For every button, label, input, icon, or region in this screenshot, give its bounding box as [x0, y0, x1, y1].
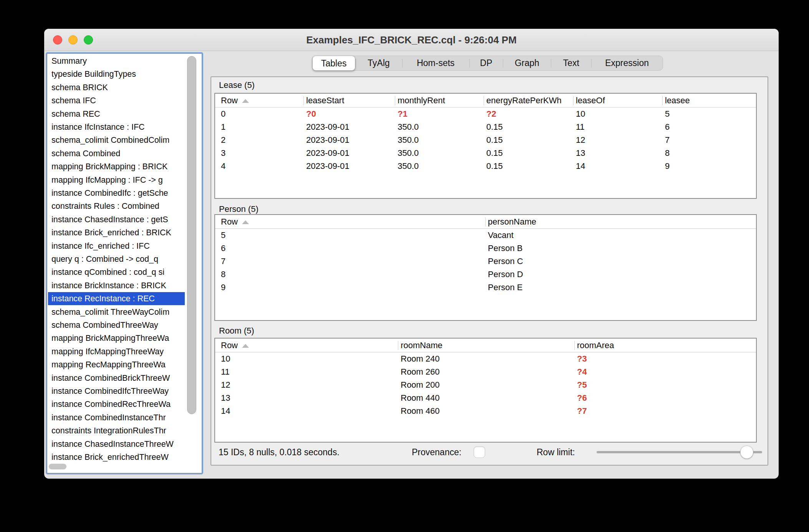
- table-row[interactable]: 14Room 460?7: [215, 405, 756, 418]
- table-row[interactable]: 13Room 440?6: [215, 392, 756, 405]
- sidebar-item[interactable]: schema BRICK: [48, 81, 185, 94]
- sidebar-item[interactable]: instance Brick_enriched : BRICK: [48, 226, 185, 239]
- sidebar-item[interactable]: instance CombinedRecThreeWa: [48, 398, 185, 411]
- sidebar-item[interactable]: instance ChasedInstanceThreeW: [48, 438, 185, 451]
- sidebar-item[interactable]: mapping RecMappingThreeWa: [48, 358, 185, 371]
- table-cell: ?1: [398, 107, 408, 121]
- sidebar-item[interactable]: Summary: [48, 55, 185, 68]
- sidebar-item[interactable]: schema_colimit ThreeWayColim: [48, 306, 185, 319]
- table-header-cell-leaseStart[interactable]: leaseStart: [306, 94, 344, 107]
- table-cell: 11: [576, 121, 585, 134]
- sidebar-horizontal-scrollbar-thumb[interactable]: [49, 464, 66, 469]
- provenance-checkbox[interactable]: [474, 446, 485, 458]
- sidebar-item[interactable]: instance qCombined : cod_q si: [48, 266, 185, 279]
- table-row[interactable]: 9Person E: [215, 281, 756, 294]
- table-cell: 12: [221, 378, 230, 392]
- header-column-separator: [303, 96, 304, 105]
- table-cell: 1: [221, 121, 225, 134]
- sidebar-item[interactable]: instance CombinedIfc : getSche: [48, 187, 185, 200]
- table-cell: 6: [221, 242, 225, 255]
- sidebar-item[interactable]: instance CombinedInstanceThr: [48, 411, 185, 424]
- table-header-cell-Row[interactable]: Row: [221, 215, 238, 229]
- sidebar-item[interactable]: mapping IfcMapping : IFC -> g: [48, 173, 185, 187]
- table-cell: 4: [221, 160, 225, 173]
- sidebar-item[interactable]: schema_colimit CombinedColim: [48, 134, 185, 147]
- tab-dp[interactable]: DP: [469, 56, 503, 70]
- sidebar-item[interactable]: schema CombinedThreeWay: [48, 319, 185, 332]
- table-header-cell-monthlyRent[interactable]: monthlyRent: [398, 94, 445, 107]
- sidebar-item[interactable]: instance Brick_enrichedThreeW: [48, 451, 185, 464]
- sidebar-item[interactable]: query q : Combined -> cod_q: [48, 253, 185, 266]
- sort-ascending-icon: [242, 99, 249, 103]
- table-cell: 350.0: [398, 121, 419, 134]
- table-row[interactable]: 10Room 240?3: [215, 352, 756, 365]
- sidebar-item[interactable]: constraints Rules : Combined: [48, 200, 185, 213]
- table-header-cell-Row[interactable]: Row: [221, 339, 238, 352]
- table-row[interactable]: 42023-09-01350.00.15149: [215, 160, 756, 173]
- table-row[interactable]: 12023-09-01350.00.15116: [215, 121, 756, 134]
- row-limit-slider-track[interactable]: [597, 451, 762, 453]
- table-header-cell-roomArea[interactable]: roomArea: [577, 339, 614, 352]
- table-cell: ?3: [577, 352, 587, 365]
- sidebar-item[interactable]: instance Ifc_enriched : IFC: [48, 240, 185, 253]
- table-row[interactable]: 6Person B: [215, 242, 756, 255]
- table-lease: RowleaseStartmonthlyRentenergyRatePerKWh…: [214, 93, 757, 199]
- table-header-cell-roomName[interactable]: roomName: [401, 339, 443, 352]
- sidebar-item[interactable]: schema REC: [48, 107, 185, 121]
- sidebar-item[interactable]: schema IFC: [48, 94, 185, 107]
- header-column-separator: [395, 96, 395, 105]
- table-cell: 0: [221, 107, 225, 121]
- table-row[interactable]: 8Person D: [215, 268, 756, 281]
- sidebar-item[interactable]: constraints IntegrationRulesThr: [48, 424, 185, 437]
- tab-text[interactable]: Text: [551, 56, 591, 70]
- tab-bar: TablesTyAlgHom-setsDPGraphTextExpression: [312, 56, 663, 71]
- header-column-separator: [398, 341, 398, 350]
- table-row[interactable]: 12Room 200?5: [215, 378, 756, 392]
- table-row[interactable]: 5Vacant: [215, 229, 756, 242]
- table-cell: 14: [576, 160, 585, 173]
- tab-expression[interactable]: Expression: [591, 56, 663, 70]
- table-header-cell-personName[interactable]: personName: [488, 215, 536, 229]
- table-cell: 7: [221, 255, 225, 268]
- sidebar-item[interactable]: typeside BuildingTypes: [48, 68, 185, 81]
- sidebar-item[interactable]: mapping BrickMapping : BRICK: [48, 160, 185, 173]
- sidebar-item[interactable]: instance BrickInstance : BRICK: [48, 279, 185, 292]
- table-row[interactable]: 32023-09-01350.00.15138: [215, 147, 756, 160]
- sidebar-item[interactable]: instance ChasedInstance : getS: [48, 213, 185, 226]
- table-row[interactable]: 0?0?1?2105: [215, 107, 756, 121]
- table-cell: 5: [221, 229, 225, 242]
- header-column-separator: [573, 96, 574, 105]
- table-cell: Person D: [488, 268, 523, 281]
- table-row[interactable]: 22023-09-01350.00.15127: [215, 134, 756, 147]
- table-person: RowpersonName5Vacant6Person B7Person C8P…: [214, 214, 757, 321]
- table-header-cell-leaseOf[interactable]: leaseOf: [576, 94, 605, 107]
- tab-tables[interactable]: Tables: [312, 56, 355, 71]
- table-cell: 0.15: [486, 134, 503, 147]
- tab-graph[interactable]: Graph: [503, 56, 551, 70]
- table-row[interactable]: 11Room 260?4: [215, 365, 756, 378]
- table-header-cell-leasee[interactable]: leasee: [665, 94, 690, 107]
- table-cell: 10: [221, 352, 230, 365]
- sidebar-item[interactable]: instance RecInstance : REC: [48, 292, 185, 305]
- sidebar-item[interactable]: instance CombinedBrickThreeW: [48, 372, 185, 385]
- sidebar-vertical-scrollbar-thumb[interactable]: [187, 56, 196, 414]
- sidebar-item[interactable]: instance IfcInstance : IFC: [48, 121, 185, 134]
- sidebar-item[interactable]: mapping BrickMappingThreeWa: [48, 332, 185, 345]
- sidebar-item[interactable]: schema Combined: [48, 147, 185, 160]
- table-header-cell-energyRatePerKWh[interactable]: energyRatePerKWh: [486, 94, 562, 107]
- table-cell: ?5: [577, 378, 587, 392]
- table-cell: 350.0: [398, 147, 419, 160]
- table-cell: Room 200: [401, 378, 440, 392]
- table-row[interactable]: 7Person C: [215, 255, 756, 268]
- row-limit-slider-thumb[interactable]: [740, 446, 753, 459]
- table-header-cell-Row[interactable]: Row: [221, 94, 238, 107]
- sidebar-list[interactable]: Summarytypeside BuildingTypesschema BRIC…: [47, 53, 202, 473]
- sidebar-item[interactable]: mapping IfcMappingThreeWay: [48, 345, 185, 358]
- table-cell: Room 260: [401, 365, 440, 378]
- sidebar-item[interactable]: instance CombinedIfcThreeWay: [48, 385, 185, 398]
- tab-tyalg[interactable]: TyAlg: [355, 56, 402, 70]
- tab-hom-sets[interactable]: Hom-sets: [402, 56, 469, 70]
- table-cell: 7: [665, 134, 670, 147]
- title-bar[interactable]: Examples_IFC_BRICK_REC.cql - 9:26:04 PM: [44, 29, 779, 51]
- app-window: Examples_IFC_BRICK_REC.cql - 9:26:04 PM …: [44, 29, 779, 479]
